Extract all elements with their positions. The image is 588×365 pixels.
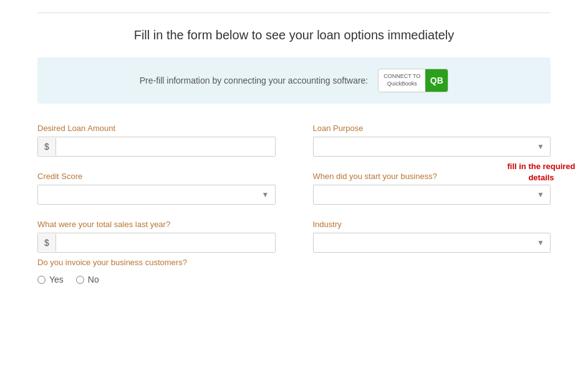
invoice-no-option[interactable]: No: [76, 275, 99, 285]
total-sales-label: What were your total sales last year?: [37, 220, 276, 229]
total-sales-input-wrapper: $: [37, 233, 276, 253]
invoice-no-label: No: [88, 275, 99, 285]
invoice-yes-option[interactable]: Yes: [37, 275, 64, 285]
loan-purpose-select[interactable]: Working Capital Equipment Expansion Othe…: [313, 137, 551, 157]
top-divider: [37, 12, 551, 13]
industry-select-wrapper: Retail Restaurant Healthcare Technology …: [313, 233, 551, 253]
invoice-section: Do you invoice your business customers? …: [37, 258, 551, 285]
credit-score-select[interactable]: Excellent (720+) Good (680-719) Fair (64…: [37, 185, 276, 205]
business-start-select[interactable]: Less than 1 year 1-2 years 2-5 years 5+ …: [313, 185, 551, 205]
credit-score-group: Credit Score Excellent (720+) Good (680-…: [37, 172, 276, 205]
credit-score-label: Credit Score: [37, 172, 276, 181]
loan-amount-input-wrapper: $: [37, 137, 276, 157]
loan-purpose-select-wrapper: Working Capital Equipment Expansion Othe…: [313, 137, 551, 157]
prefill-banner: Pre-fill information by connecting your …: [37, 57, 551, 104]
industry-group: Industry Retail Restaurant Healthcare Te…: [313, 220, 551, 253]
total-sales-prefix: $: [38, 234, 56, 251]
page-title: Fill in the form below to see your loan …: [37, 28, 551, 42]
business-start-select-wrapper: Less than 1 year 1-2 years 2-5 years 5+ …: [313, 185, 551, 205]
quickbooks-icon: QB: [425, 69, 448, 92]
invoice-radio-options: Yes No: [37, 275, 551, 285]
loan-purpose-label: Loan Purpose: [313, 124, 551, 133]
quickbooks-connect-button[interactable]: CONNECT TO QuickBooks QB: [378, 69, 448, 92]
quickbooks-label: CONNECT TO QuickBooks: [378, 71, 425, 90]
total-sales-group: What were your total sales last year? $: [37, 220, 276, 253]
hint-text: fill in the required details: [501, 161, 582, 183]
loan-amount-prefix: $: [38, 138, 56, 155]
prefill-text: Pre-fill information by connecting your …: [140, 75, 369, 85]
loan-amount-label: Desired Loan Amount: [37, 124, 276, 133]
page-wrapper: Fill in the form below to see your loan …: [0, 0, 588, 365]
loan-purpose-group: Loan Purpose Working Capital Equipment E…: [313, 124, 551, 157]
invoice-label: Do you invoice your business customers?: [37, 258, 551, 267]
loan-amount-input[interactable]: [56, 137, 275, 156]
invoice-yes-radio[interactable]: [37, 276, 46, 284]
form-grid: Desired Loan Amount $ Loan Purpose Worki…: [37, 124, 551, 253]
industry-label: Industry: [313, 220, 551, 229]
invoice-group: Do you invoice your business customers? …: [37, 258, 551, 285]
credit-score-select-wrapper: Excellent (720+) Good (680-719) Fair (64…: [37, 185, 276, 205]
loan-amount-group: Desired Loan Amount $: [37, 124, 276, 157]
total-sales-input[interactable]: [56, 233, 275, 252]
invoice-yes-label: Yes: [49, 275, 64, 285]
invoice-no-radio[interactable]: [76, 276, 84, 284]
industry-select[interactable]: Retail Restaurant Healthcare Technology …: [313, 233, 551, 253]
